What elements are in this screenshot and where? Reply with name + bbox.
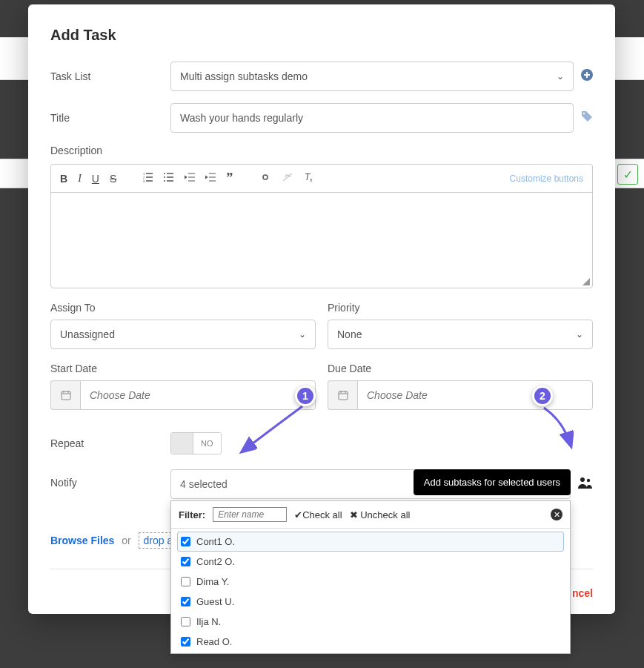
strike-button[interactable]: S xyxy=(110,173,116,185)
tag-icon xyxy=(581,110,593,122)
priority-value: None xyxy=(337,328,362,340)
svg-text:x: x xyxy=(310,177,313,182)
assign-to-value: Unassigned xyxy=(60,328,115,340)
title-input-wrap xyxy=(170,103,574,133)
link-button[interactable] xyxy=(259,172,271,185)
repeat-label: Repeat xyxy=(50,437,170,449)
modal-title: Add Task xyxy=(50,27,593,44)
repeat-toggle[interactable]: NO xyxy=(170,432,222,454)
dropdown-item-label: Cont1 O. xyxy=(196,536,235,547)
dropdown-item-checkbox[interactable] xyxy=(181,537,190,546)
dropdown-item-checkbox[interactable] xyxy=(181,637,190,646)
priority-select[interactable]: None ⌄ xyxy=(328,320,593,349)
toggle-knob xyxy=(171,433,193,454)
calendar-icon[interactable] xyxy=(328,380,357,410)
browse-files-link[interactable]: Browse Files xyxy=(50,535,114,546)
customize-buttons-link[interactable]: Customize buttons xyxy=(510,173,583,184)
tooltip: Add subtasks for selected users xyxy=(414,469,571,495)
rich-text-editor: B I U S 123 ” xyxy=(50,164,593,288)
chevron-down-icon: ⌄ xyxy=(557,71,564,82)
dropdown-item-checkbox[interactable] xyxy=(181,557,190,566)
dropdown-item[interactable]: Cont1 O. xyxy=(177,532,564,552)
unlink-button[interactable] xyxy=(282,172,293,185)
title-label: Title xyxy=(50,112,170,124)
svg-point-6 xyxy=(164,176,165,178)
cancel-button[interactable]: ncel xyxy=(572,587,593,599)
quote-button[interactable]: ” xyxy=(226,171,233,186)
outdent-button[interactable] xyxy=(185,172,195,185)
dropdown-item-label: Dima Y. xyxy=(196,576,229,587)
dropdown-item[interactable]: Guest U. xyxy=(177,592,564,612)
clear-format-button[interactable]: Tx xyxy=(304,172,314,185)
title-input[interactable] xyxy=(180,112,564,124)
priority-label: Priority xyxy=(328,302,593,314)
dropdown-item-label: Cont2 O. xyxy=(196,556,235,567)
assign-to-select[interactable]: Unassigned ⌄ xyxy=(50,320,316,349)
dropdown-item-checkbox[interactable] xyxy=(181,597,190,606)
notify-label: Notify xyxy=(50,469,170,489)
calendar-icon[interactable] xyxy=(50,380,80,410)
uncheck-all-button[interactable]: ✖ Uncheck all xyxy=(350,509,411,520)
dropdown-item[interactable]: Ilja N. xyxy=(177,612,564,632)
dropdown-item-label: Guest U. xyxy=(196,596,234,607)
svg-point-5 xyxy=(164,173,165,174)
svg-text:3: 3 xyxy=(143,179,145,182)
close-dropdown-button[interactable]: ✕ xyxy=(551,509,562,520)
dropdown-item[interactable]: Read O. xyxy=(177,632,564,652)
svg-rect-11 xyxy=(339,391,348,400)
filter-label: Filter: xyxy=(179,509,205,520)
start-date-label: Start Date xyxy=(50,363,316,374)
svg-point-1 xyxy=(583,113,585,114)
task-list-label: Task List xyxy=(50,70,170,82)
svg-rect-10 xyxy=(62,391,70,400)
annotation-callout-1: 1 xyxy=(295,386,316,406)
dropdown-item[interactable]: Dima Y. xyxy=(177,572,564,592)
ordered-list-button[interactable]: 123 xyxy=(143,172,153,185)
chevron-down-icon: ⌄ xyxy=(299,329,306,340)
italic-button[interactable]: I xyxy=(78,173,82,185)
resize-handle[interactable] xyxy=(582,278,590,285)
add-task-modal: Add Task Task List Multi assign subtasks… xyxy=(28,4,615,614)
dropdown-item-checkbox[interactable] xyxy=(181,617,190,626)
filter-input[interactable] xyxy=(213,507,287,522)
task-list-select[interactable]: Multi assign subtasks demo ⌄ xyxy=(170,62,574,91)
dropdown-item[interactable]: Cont2 O. xyxy=(177,552,564,572)
editor-body[interactable] xyxy=(51,193,592,288)
underline-button[interactable]: U xyxy=(92,173,99,185)
dropdown-list[interactable]: Cont1 O.Cont2 O.Dima Y.Guest U.Ilja N.Re… xyxy=(171,529,570,653)
svg-point-13 xyxy=(587,478,590,481)
check-all-button[interactable]: ✔Check all xyxy=(294,509,342,520)
annotation-callout-2: 2 xyxy=(532,386,553,406)
notify-dropdown: Filter: ✔Check all ✖ Uncheck all ✕ Cont1… xyxy=(170,500,571,654)
or-text: or xyxy=(122,535,130,546)
indent-button[interactable] xyxy=(205,172,216,185)
tag-button[interactable] xyxy=(581,110,593,125)
toggle-value: NO xyxy=(193,433,221,454)
dropdown-item-checkbox[interactable] xyxy=(181,577,190,586)
due-date-input[interactable] xyxy=(357,380,593,410)
bold-button[interactable]: B xyxy=(60,173,67,185)
add-list-button[interactable] xyxy=(581,69,593,84)
task-list-value: Multi assign subtasks demo xyxy=(180,70,308,82)
svg-point-7 xyxy=(164,180,165,182)
due-date-label: Due Date xyxy=(328,363,593,374)
dropdown-item-label: Read O. xyxy=(196,636,232,647)
plus-circle-icon xyxy=(581,69,593,81)
add-subtasks-users-button[interactable] xyxy=(578,476,593,493)
unordered-list-button[interactable] xyxy=(164,172,174,185)
notify-summary: 4 selected xyxy=(180,478,228,490)
svg-point-12 xyxy=(580,477,585,482)
assign-to-label: Assign To xyxy=(50,302,316,314)
editor-toolbar: B I U S 123 ” xyxy=(51,165,592,193)
description-label: Description xyxy=(50,145,593,156)
chevron-down-icon: ⌄ xyxy=(576,329,583,340)
dropdown-item-label: Ilja N. xyxy=(196,616,221,627)
